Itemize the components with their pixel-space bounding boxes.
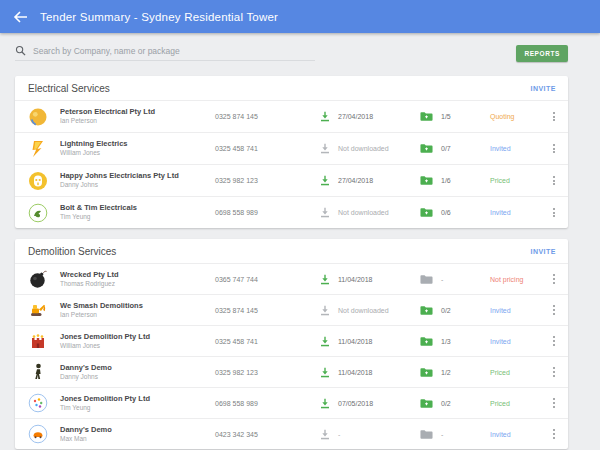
docs-count: 0/2 [441, 307, 451, 314]
contact-name: William Jones [60, 150, 215, 157]
contact-name: Ian Peterson [60, 118, 215, 125]
contact-name: William Jones [60, 343, 215, 350]
company-avatar [28, 393, 48, 413]
download-icon[interactable] [320, 207, 330, 218]
company-avatar [28, 171, 48, 191]
contact-name: Max Man [60, 436, 215, 443]
download-icon[interactable] [320, 175, 330, 186]
invite-button[interactable]: INVITE [530, 248, 556, 255]
contact-name: Tim Yeung [60, 214, 215, 221]
phone-number: 0325 458 741 [215, 338, 320, 345]
package-card-header: Demolition Services INVITE [15, 239, 568, 263]
toolbar: REPORTS [15, 41, 568, 65]
docs-count: 0/6 [441, 209, 451, 216]
status-label: Invited [488, 209, 540, 216]
row-menu-icon[interactable] [551, 206, 557, 219]
download-status: Not downloaded [338, 307, 389, 314]
row-menu-icon[interactable] [551, 427, 557, 440]
row-menu-icon[interactable] [551, 272, 557, 285]
back-arrow-icon[interactable] [12, 9, 28, 25]
status-label: Priced [488, 177, 540, 184]
company-name: Danny's Demo [60, 364, 215, 372]
documents-folder-icon[interactable] [420, 274, 433, 285]
phone-number: 0698 558 989 [215, 209, 320, 216]
company-name: Bolt & Tim Electricals [60, 204, 215, 212]
company-name: Happy Johns Electricians Pty Ltd [60, 172, 215, 180]
company-name: Peterson Electrical Pty Ltd [60, 108, 215, 116]
docs-count: 1/6 [441, 177, 451, 184]
documents-folder-icon[interactable] [420, 305, 433, 316]
docs-count: 1/5 [441, 113, 451, 120]
invite-button[interactable]: INVITE [530, 85, 556, 92]
download-icon[interactable] [320, 336, 330, 347]
contact-name: Danny Johns [60, 182, 215, 189]
company-row[interactable]: Wrecked Pty Ltd Thomas Rodriguez 0365 74… [15, 263, 568, 294]
phone-number: 0325 982 123 [215, 369, 320, 376]
download-icon[interactable] [320, 429, 330, 440]
company-row[interactable]: Lightning Electrics William Jones 0325 4… [15, 132, 568, 164]
download-icon[interactable] [320, 111, 330, 122]
documents-folder-icon[interactable] [420, 367, 433, 378]
reports-button[interactable]: REPORTS [516, 45, 568, 62]
download-icon[interactable] [320, 143, 330, 154]
download-icon[interactable] [320, 305, 330, 316]
search-input[interactable] [33, 46, 303, 56]
section-rows: Wrecked Pty Ltd Thomas Rodriguez 0365 74… [15, 263, 568, 449]
package-card-header: Electrical Services INVITE [15, 76, 568, 100]
contact-name: Thomas Rodriguez [60, 281, 215, 288]
row-menu-icon[interactable] [551, 396, 557, 409]
row-menu-icon[interactable] [551, 142, 557, 155]
company-name: Danny's Demo [60, 426, 215, 434]
documents-folder-icon[interactable] [420, 111, 433, 122]
download-status: - [338, 431, 340, 438]
documents-folder-icon[interactable] [420, 207, 433, 218]
contact-name: Danny Johns [60, 374, 215, 381]
company-avatar [28, 331, 48, 351]
company-row[interactable]: Danny's Demo Danny Johns 0325 982 123 11… [15, 356, 568, 387]
search-field[interactable] [15, 45, 315, 61]
company-row[interactable]: Danny's Demo Max Man 0423 342 345 - - In… [15, 418, 568, 449]
package-title: Electrical Services [28, 83, 110, 94]
row-menu-icon[interactable] [551, 334, 557, 347]
package-card: Electrical Services INVITE Peterson Elec… [15, 76, 568, 228]
status-label: Quoting [488, 113, 540, 120]
contact-name: Ian Peterson [60, 312, 215, 319]
company-avatar [28, 203, 48, 223]
download-icon[interactable] [320, 274, 330, 285]
download-icon[interactable] [320, 398, 330, 409]
status-label: Not pricing [488, 276, 540, 283]
package-title: Demolition Services [28, 246, 116, 257]
phone-number: 0325 874 145 [215, 113, 320, 120]
status-label: Invited [488, 431, 540, 438]
download-icon[interactable] [320, 367, 330, 378]
page-title: Tender Summary - Sydney Residential Towe… [40, 11, 278, 23]
docs-count: 1/3 [441, 338, 451, 345]
company-row[interactable]: Bolt & Tim Electricals Tim Yeung 0698 55… [15, 196, 568, 228]
docs-count: - [441, 431, 443, 438]
documents-folder-icon[interactable] [420, 429, 433, 440]
status-label: Invited [488, 307, 540, 314]
documents-folder-icon[interactable] [420, 143, 433, 154]
company-row[interactable]: We Smash Demolitions Ian Peterson 0325 8… [15, 294, 568, 325]
status-label: Invited [488, 338, 540, 345]
app-bar: Tender Summary - Sydney Residential Towe… [0, 0, 600, 33]
row-menu-icon[interactable] [551, 174, 557, 187]
company-row[interactable]: Jones Demolition Pty Ltd William Jones 0… [15, 325, 568, 356]
documents-folder-icon[interactable] [420, 175, 433, 186]
contact-name: Tim Yeung [60, 405, 215, 412]
documents-folder-icon[interactable] [420, 336, 433, 347]
phone-number: 0325 874 145 [215, 307, 320, 314]
sections: Electrical Services INVITE Peterson Elec… [15, 76, 568, 449]
phone-number: 0365 747 744 [215, 276, 320, 283]
company-avatar [28, 300, 48, 320]
company-row[interactable]: Peterson Electrical Pty Ltd Ian Peterson… [15, 100, 568, 132]
company-row[interactable]: Jones Demolition Pty Ltd Tim Yeung 0698 … [15, 387, 568, 418]
company-avatar [28, 424, 48, 444]
row-menu-icon[interactable] [551, 110, 557, 123]
row-menu-icon[interactable] [551, 303, 557, 316]
row-menu-icon[interactable] [551, 365, 557, 378]
company-avatar [28, 107, 48, 127]
company-name: Jones Demolition Pty Ltd [60, 395, 215, 403]
documents-folder-icon[interactable] [420, 398, 433, 409]
company-row[interactable]: Happy Johns Electricians Pty Ltd Danny J… [15, 164, 568, 196]
